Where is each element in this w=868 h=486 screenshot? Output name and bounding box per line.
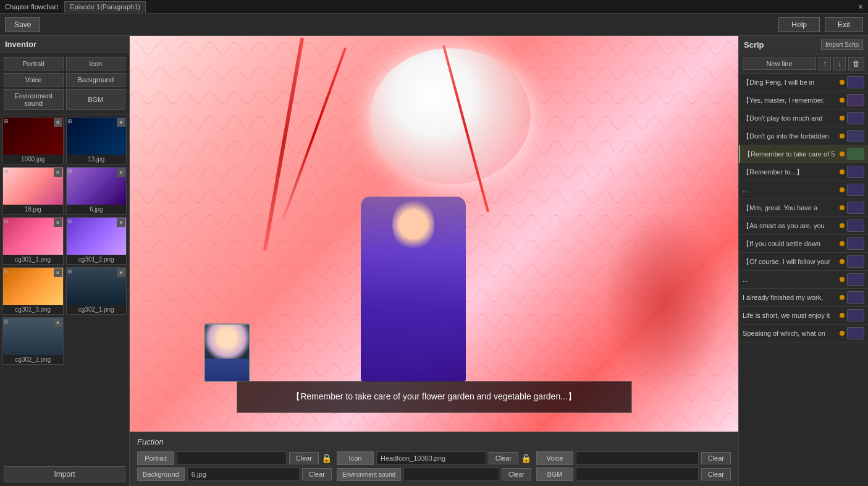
script-list-item[interactable]: Speaking of which, what on xyxy=(739,325,868,343)
toolbar: Save Help Exit xyxy=(0,14,868,36)
portrait-button[interactable]: Portrait xyxy=(4,57,64,70)
list-item[interactable]: ⊞ × 6.jpg xyxy=(66,167,127,215)
script-item-text: 【Yes, master, I remember. xyxy=(743,96,837,105)
center-panel: 【Remember to take care of your flower ga… xyxy=(130,36,738,486)
voice-clear-button[interactable]: Clear xyxy=(701,452,731,464)
dialog-box: 【Remember to take care of your flower ga… xyxy=(237,381,632,413)
bgm-clear-button[interactable]: Clear xyxy=(701,468,731,480)
item-icon: ⊞ xyxy=(4,318,9,325)
script-item-dot xyxy=(840,169,845,174)
item-close[interactable]: × xyxy=(54,118,62,127)
env-sound-clear-button[interactable]: Clear xyxy=(502,468,531,480)
script-list-item[interactable]: I already finished my work, xyxy=(739,289,868,307)
item-icon: ⊞ xyxy=(4,218,9,224)
script-item-thumbnail xyxy=(847,148,864,160)
icon-lock-icon[interactable]: 🔒 xyxy=(521,453,531,463)
script-list-item[interactable]: 【As smart as you are, you xyxy=(739,217,868,235)
script-item-thumbnail xyxy=(847,255,864,268)
script-item-dot xyxy=(840,259,845,264)
item-icon: ⊞ xyxy=(4,268,9,275)
portrait-clear-button[interactable]: Clear xyxy=(289,452,319,464)
import-button[interactable]: Import xyxy=(4,466,125,482)
script-list-item[interactable]: 【Don't go into the forbidden xyxy=(739,127,868,145)
save-button[interactable]: Save xyxy=(5,17,40,32)
list-item[interactable]: ⊞ × cg301_1.png xyxy=(2,217,64,265)
script-item-dot xyxy=(840,116,845,121)
icon-group: Icon HeadIcon_10303.png Clear 🔒 xyxy=(337,451,531,465)
list-item[interactable]: ⊞ × 13.jpg xyxy=(66,117,127,164)
script-list-item[interactable]: 【Remember to take care of 5 xyxy=(739,145,868,163)
import-script-button[interactable]: Import Scrip xyxy=(821,40,863,50)
function-title: Fuction xyxy=(137,437,731,446)
env-sound-button[interactable]: Environment sound xyxy=(4,89,64,110)
item-close[interactable]: × xyxy=(54,168,62,177)
background-value: 6.jpg xyxy=(187,467,300,481)
item-icon: ⊞ xyxy=(67,118,72,124)
app-title: Chapter flowchart xyxy=(5,3,58,11)
script-item-dot xyxy=(840,277,845,282)
scroll-up-button[interactable]: ↑ xyxy=(819,57,831,70)
script-list-item[interactable]: 【Remember to...】 xyxy=(739,163,868,181)
script-list-item[interactable]: 【If you could settle down xyxy=(739,235,868,253)
voice-value xyxy=(576,451,699,465)
close-icon[interactable]: × xyxy=(858,2,863,12)
list-item[interactable]: ⊞ × cg301_3.png xyxy=(2,267,64,315)
script-list-item[interactable]: 【Don't play too much and xyxy=(739,109,868,127)
item-label: cg301_2.png xyxy=(67,255,127,264)
script-item-thumbnail xyxy=(847,166,864,178)
tab-episode[interactable]: Episode 1(Paragraph1) xyxy=(64,1,146,12)
script-item-text: 【As smart as you are, you xyxy=(743,221,837,231)
script-item-text: ... xyxy=(743,186,837,194)
item-close[interactable]: × xyxy=(117,168,125,177)
list-item[interactable]: ⊞ × 18.jpg xyxy=(2,167,64,215)
script-item-dot xyxy=(840,80,845,85)
voice-button[interactable]: Voice xyxy=(4,73,64,87)
item-close[interactable]: × xyxy=(117,268,125,277)
script-item-dot xyxy=(840,295,845,300)
script-list-item[interactable]: 【Yes, master, I remember. xyxy=(739,92,868,109)
script-item-thumbnail xyxy=(847,130,864,142)
icon-clear-button[interactable]: Clear xyxy=(489,452,518,464)
item-close[interactable]: × xyxy=(54,268,62,277)
script-item-thumbnail xyxy=(847,273,864,286)
script-item-text: 【Remember to take care of 5 xyxy=(744,150,837,159)
script-item-thumbnail xyxy=(847,327,864,339)
script-list-item[interactable]: ... xyxy=(739,181,868,199)
scroll-down-button[interactable]: ↓ xyxy=(833,57,846,70)
script-list-item[interactable]: 【Mm, great. You have a xyxy=(739,199,868,217)
script-list-item[interactable]: 【Ding Feng, I will be in xyxy=(739,74,868,92)
list-item[interactable]: ⊞ × cg301_2.png xyxy=(66,217,127,265)
help-button[interactable]: Help xyxy=(778,17,820,32)
script-item-dot xyxy=(840,134,845,139)
inventor-grid: ⊞ × 1000.jpg ⊞ × 13.jpg ⊞ × 18.jpg ⊞ xyxy=(0,114,129,463)
item-close[interactable]: × xyxy=(54,218,62,227)
icon-button[interactable]: Icon xyxy=(66,57,126,70)
script-list-item[interactable]: Life is short, we must enjoy it xyxy=(739,307,868,325)
item-close[interactable]: × xyxy=(117,218,125,227)
bgm-group: BGM Clear xyxy=(536,467,731,481)
script-item-dot xyxy=(840,187,845,192)
script-item-dot xyxy=(840,313,845,318)
script-item-thumbnail xyxy=(847,76,864,88)
script-list-item[interactable]: 【Of course, I will follow your xyxy=(739,253,868,271)
background-button[interactable]: Background xyxy=(66,73,126,87)
script-list-item[interactable]: ... xyxy=(739,271,868,289)
icon-label: Icon xyxy=(337,451,374,465)
portrait-lock-icon[interactable]: 🔒 xyxy=(321,453,332,463)
script-item-thumbnail xyxy=(847,202,864,214)
item-close[interactable]: × xyxy=(117,118,125,127)
background-clear-button[interactable]: Clear xyxy=(302,468,332,480)
bgm-button[interactable]: BGM xyxy=(66,89,126,110)
list-item[interactable]: ⊞ × cg302_1.png xyxy=(66,267,127,315)
function-row-2: Background 6.jpg Clear Environment sound… xyxy=(137,467,731,481)
item-close[interactable]: × xyxy=(54,318,62,327)
delete-line-button[interactable]: 🗑 xyxy=(848,57,864,70)
list-item[interactable]: ⊞ × 1000.jpg xyxy=(2,117,64,164)
script-item-thumbnail xyxy=(847,184,864,196)
script-item-dot xyxy=(840,151,845,156)
exit-button[interactable]: Exit xyxy=(825,17,863,32)
new-line-button[interactable]: New line xyxy=(743,58,816,70)
list-item[interactable]: ⊞ × cg302_2.png xyxy=(2,317,64,365)
icon-value: HeadIcon_10303.png xyxy=(376,451,486,465)
script-panel: Scrip Import Scrip New line ↑ ↓ 🗑 【Ding … xyxy=(738,36,868,486)
